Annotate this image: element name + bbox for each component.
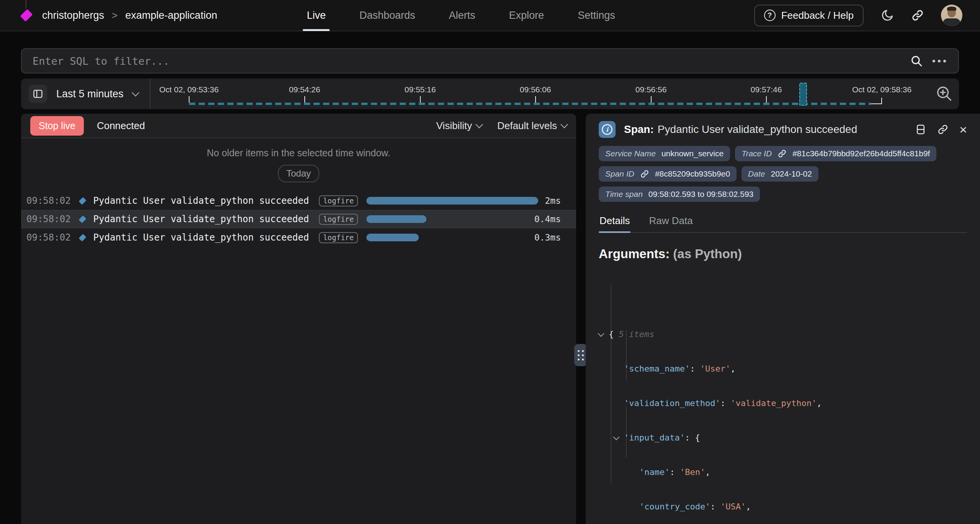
logfire-logo-icon[interactable] [20,9,33,21]
timeline-tick-label: Oct 02, 09:53:36 [159,85,219,94]
row-message: Pydantic User validate_python succeeded [93,195,309,206]
logo-stem [26,0,26,8]
nav-tabs: Live Dashboards Alerts Explore Settings [290,0,632,31]
dark-mode-moon-icon[interactable] [880,8,894,22]
feedback-help-label: Feedback / Help [781,10,854,21]
span-title-text: Pydantic User validate_python succeeded [658,123,857,135]
span-row[interactable]: 09:58:02 Pydantic User validate_python s… [21,192,576,210]
duration-bar [366,197,538,205]
row-timestamp: 09:58:02 [26,232,71,243]
duration-bar [366,234,419,241]
arguments-heading: Arguments: (as Python) [599,247,967,261]
timeline-window-end-tick [881,98,882,104]
badge-trace-id[interactable]: Trace ID #81c364b79bbd92ef26b4dd5ff4c81b… [735,146,936,161]
feedback-help-button[interactable]: ? Feedback / Help [754,5,864,26]
row-message: Pydantic User validate_python succeeded [93,232,309,243]
arguments-python-view: { 5 items 'schema_name': 'User', 'valida… [609,269,967,524]
span-title: Span:Pydantic User validate_python succe… [624,123,857,136]
row-timestamp: 09:58:02 [26,195,71,206]
code-line: 'country_code': 'USA', [609,499,967,514]
timeline-activity-spike [799,83,807,106]
span-info-icon: i [599,121,616,138]
empty-state: No older items in the selected time wind… [21,138,576,190]
span-detail-header: i Span:Pydantic User validate_python suc… [599,118,967,141]
badge-service-name: Service Name unknown_service [599,146,730,161]
sql-filter-input[interactable] [32,55,910,67]
timeline-track[interactable]: Oct 02, 09:53:36 09:54:26 09:55:16 09:56… [150,79,959,109]
row-duration: 0.3ms [534,233,561,242]
sql-filter-bar: ••• [21,48,959,74]
duration-bar [366,215,426,223]
split-panel-icon[interactable] [915,124,926,135]
timeline-tick-label: 09:55:16 [405,85,436,94]
stop-live-button[interactable]: Stop live [30,116,84,136]
nav-tab-live[interactable]: Live [290,0,343,31]
collapse-chevron-icon[interactable] [613,434,620,440]
code-line: 'input_data': { [609,430,967,445]
span-row-selected[interactable]: 09:58:02 Pydantic User validate_python s… [21,210,576,228]
visibility-label: Visibility [436,120,472,132]
visibility-dropdown[interactable]: Visibility [436,120,482,132]
nav-tab-alerts[interactable]: Alerts [432,0,492,31]
badge-time-span: Time span 09:58:02.593 to 09:58:02.593 [599,187,760,202]
row-tag-logfire[interactable]: logfire [319,232,358,243]
row-tag-logfire[interactable]: logfire [319,195,358,206]
timeline-activity-dashes [189,103,871,105]
collapse-chevron-icon[interactable] [598,331,604,337]
breadcrumb-separator: > [112,10,118,21]
timeline-tickmark [651,96,652,103]
timeline-window-end-line [871,103,882,104]
default-levels-label: Default levels [497,120,557,132]
detail-tabs: Details Raw Data [599,211,967,233]
share-link-icon[interactable] [911,9,924,22]
timeline-tickmark [189,96,189,103]
chevron-down-icon [475,121,483,128]
span-diamond-icon [78,215,86,223]
user-avatar[interactable] [941,5,962,26]
copy-link-icon[interactable] [937,124,949,135]
row-duration: 0.4ms [534,214,561,224]
badge-span-id[interactable]: Span ID #8c85209cb935b9e0 [599,166,737,182]
span-diamond-icon [78,234,86,241]
indent-guide [611,284,611,483]
zoom-in-icon[interactable] [935,85,953,102]
code-line: { 5 items [609,326,967,342]
panel-resize-handle[interactable] [574,344,587,366]
span-link-icon [640,169,649,178]
timeline-tickmark [304,96,305,103]
span-attribute-badges: Service Name unknown_service Trace ID #8… [599,146,955,202]
code-line: 'validation_method': 'validate_python', [609,395,967,411]
timeline-tickmark [766,96,767,103]
span-diamond-icon [78,197,86,205]
row-message: Pydantic User validate_python succeeded [93,214,309,224]
span-title-prefix: Span: [624,123,654,135]
row-tag-logfire[interactable]: logfire [319,214,358,225]
nav-tab-dashboards[interactable]: Dashboards [343,0,432,31]
span-row[interactable]: 09:58:02 Pydantic User validate_python s… [21,228,576,247]
chevron-down-icon [560,121,568,128]
avatar-hair [947,7,956,11]
timeline-tickmark [535,96,536,103]
top-nav: christophergs > example-application Live… [0,0,980,31]
nav-tab-settings[interactable]: Settings [561,0,632,31]
badge-date: Date 2024-10-02 [742,166,818,182]
code-line: 'schema_name': 'User', [609,361,967,376]
search-icon[interactable] [910,54,923,67]
tab-details[interactable]: Details [599,211,630,232]
close-icon[interactable]: × [959,123,967,136]
question-circle-icon: ? [764,10,776,21]
time-range-controls: Last 5 minutes [21,79,150,109]
breadcrumb-project[interactable]: example-application [125,10,217,21]
sidebar-toggle-icon[interactable] [29,85,47,103]
code-line: 'name': 'Ben', [609,464,967,480]
breadcrumb-org[interactable]: christophergs [42,10,104,21]
tab-raw-data[interactable]: Raw Data [648,211,693,232]
live-view-panel: Stop live Connected Visibility Default l… [21,114,576,524]
nav-tab-explore[interactable]: Explore [492,0,561,31]
time-range-selector[interactable]: Last 5 minutes [56,88,124,100]
today-button[interactable]: Today [278,165,319,182]
timeline-tick-label: 09:57:46 [751,85,782,94]
default-levels-dropdown[interactable]: Default levels [497,120,567,132]
more-options-icon[interactable]: ••• [932,56,948,66]
empty-state-message: No older items in the selected time wind… [21,147,576,159]
